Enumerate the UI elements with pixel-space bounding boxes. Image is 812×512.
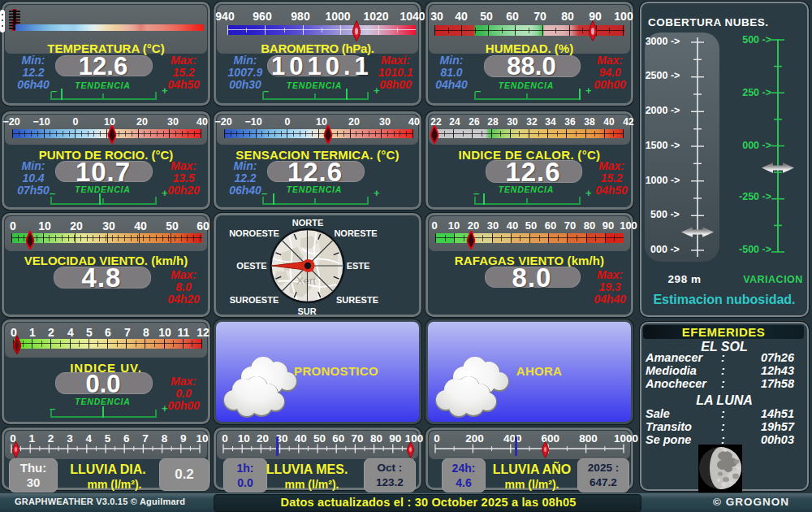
svg-text:Xert: Xert [296,275,316,287]
